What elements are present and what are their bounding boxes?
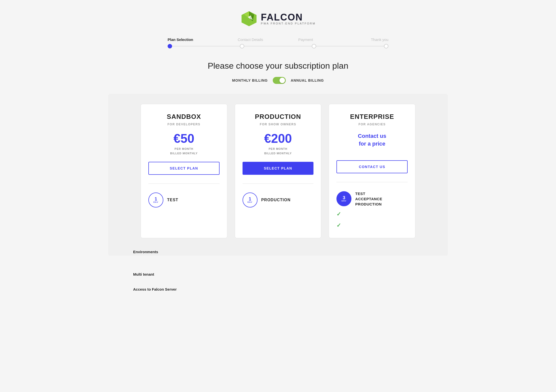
plan-card-sandbox: SANDBOX FOR DEVELOPERS €50 PER MONTH BIL… [141,104,227,238]
steps-progress: Plan Selection Contact Details Payment T… [108,37,448,48]
plans-section: SANDBOX FOR DEVELOPERS €50 PER MONTH BIL… [108,94,448,256]
sandbox-plan-billing: PER MONTH BILLED MONTHLY [170,147,198,156]
plans-grid: SANDBOX FOR DEVELOPERS €50 PER MONTH BIL… [141,104,415,238]
access-falcon-label: Access to Falcon Server [133,287,177,291]
step-name-1: Plan Selection [168,37,223,42]
production-env-circle: 1 ENV [243,193,258,207]
steps-inner: Plan Selection Contact Details Payment T… [168,37,388,48]
sandbox-env-name: TEST [167,198,178,202]
sandbox-divider [148,184,220,184]
enterprise-multi-tenant-row: ✓ [336,210,408,218]
sandbox-env-label: ENV [153,201,158,203]
step-name-3: Payment [278,37,333,42]
sandbox-features: 1 ENV TEST [148,190,220,207]
enterprise-plan-subtitle: FOR AGENCIES [358,123,386,126]
plan-card-enterprise: ENTERPRISE FOR AGENCIES Contact us for a… [329,104,415,238]
enterprise-env-name: TESTACCEPTANCEPRODUCTION [355,191,382,207]
step-line-1 [172,46,240,46]
step-dot-2 [240,44,244,48]
step-dot-3 [312,44,316,48]
multi-tenant-check-icon: ✓ [336,211,341,217]
step-label-contact-details: Contact Details [238,37,263,42]
sandbox-env-display: 1 ENV TEST [148,193,220,207]
sandbox-env-number: 1 [155,197,157,201]
steps-dots [168,44,388,48]
production-plan-price: €200 [264,132,292,145]
sandbox-select-button[interactable]: SELECT PLAN [148,162,220,175]
enterprise-env-circle: 3 ENV [336,191,351,206]
production-divider [243,184,314,184]
logo-subtitle: PWA FRONT-END PLATFORM [261,22,315,25]
production-env-display: 1 ENV PRODUCTION [243,193,314,207]
monthly-billing-label: MONTHLY BILLING [232,78,268,82]
plan-card-production: PRODUCTION FOR SHOW OWNERS €200 PER MONT… [235,104,321,238]
step-dot-4 [384,44,388,48]
falcon-access-check-icon: ✓ [336,222,341,229]
steps-names: Plan Selection Contact Details Payment T… [168,37,388,42]
logo-title: FALCON [261,12,315,22]
step-line-3 [316,46,384,46]
step-label-plan-selection: Plan Selection [168,37,193,42]
enterprise-features: 3 ENV TESTACCEPTANCEPRODUCTION ✓ ✓ [336,189,408,229]
production-features: 1 ENV PRODUCTION [243,190,314,207]
falcon-logo-icon [240,10,258,27]
step-name-4: Thank you [333,37,388,42]
logo-text-container: FALCON PWA FRONT-END PLATFORM [261,12,315,25]
step-label-payment: Payment [298,37,313,42]
multi-tenant-label-row: Multi tenant [133,268,178,281]
production-plan-billing: PER MONTH BILLED MONTHLY [264,147,292,156]
enterprise-divider [336,182,408,182]
production-env-name: PRODUCTION [261,198,291,202]
main-heading: Please choose your subscription plan [108,61,448,71]
production-plan-subtitle: FOR SHOW OWNERS [260,123,296,126]
enterprise-plan-name: ENTERPRISE [350,113,394,121]
step-dot-1 [168,44,172,48]
multi-tenant-label: Multi tenant [133,272,154,276]
billing-toggle[interactable] [273,77,286,84]
enterprise-contact-button[interactable]: CONTACT US [336,160,408,173]
step-label-thankyou: Thank you [371,37,388,42]
sandbox-plan-price: €50 [174,132,194,145]
annual-billing-label: ANNUAL BILLING [291,78,324,82]
sandbox-env-circle: 1 ENV [148,193,163,207]
logo-area: FALCON PWA FRONT-END PLATFORM [108,10,448,27]
production-env-label: ENV [248,201,252,203]
enterprise-contact-price: Contact us for a price [358,132,386,148]
page-wrapper: FALCON PWA FRONT-END PLATFORM Plan Selec… [103,0,453,306]
enterprise-env-number: 3 [343,196,345,200]
production-select-button[interactable]: SELECT PLAN [243,162,314,175]
sandbox-plan-subtitle: FOR DEVELOPERS [167,123,200,126]
enterprise-falcon-access-row: ✓ [336,222,408,229]
sandbox-plan-name: SANDBOX [167,113,201,121]
step-line-2 [244,46,312,46]
step-name-2: Contact Details [223,37,278,42]
production-env-number: 1 [249,197,251,201]
enterprise-env-display: 3 ENV TESTACCEPTANCEPRODUCTION [336,191,408,207]
billing-toggle-row: MONTHLY BILLING ANNUAL BILLING [108,77,448,84]
enterprise-env-label: ENV [342,200,346,202]
toggle-knob [279,78,285,83]
production-plan-name: PRODUCTION [255,113,301,121]
access-falcon-label-row: Access to Falcon Server [133,283,178,296]
